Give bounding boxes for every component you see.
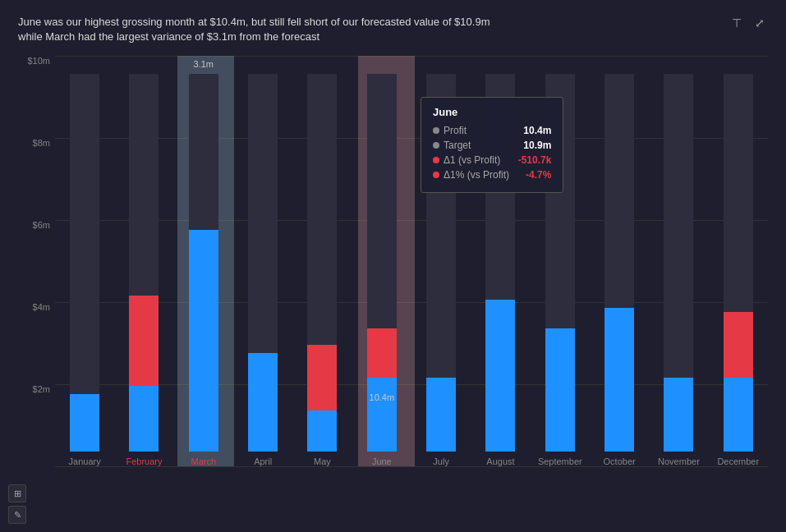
edit-icon[interactable]: ✎ — [8, 506, 26, 524]
bar-dark-november — [664, 74, 693, 452]
bar-dark-may — [307, 74, 337, 452]
x-label-september: September — [538, 456, 582, 466]
y-label-4m: $4m — [33, 302, 50, 312]
table-icon[interactable]: ⊞ — [8, 484, 26, 502]
bar-group-january[interactable]: January — [55, 74, 114, 466]
bar-blue-july — [426, 378, 456, 452]
bar-blue-november — [664, 378, 693, 452]
bar-dark-january — [70, 74, 99, 452]
title-line2: while March had the largest variance of … — [18, 30, 319, 43]
x-label-april: April — [254, 456, 272, 466]
bar-wrapper-october — [604, 74, 634, 452]
bar-wrapper-february — [129, 74, 159, 452]
bar-blue-june — [367, 378, 397, 452]
top-icons: ⊤ ⤢ — [729, 15, 768, 31]
bar-wrapper-may — [307, 74, 337, 452]
bar-blue-august — [485, 300, 515, 452]
bar-group-june[interactable]: 10.4mJune — [352, 74, 411, 466]
bar-red-june — [367, 328, 397, 378]
bar-wrapper-march: 3.1m — [189, 74, 218, 452]
bar-wrapper-april — [248, 74, 278, 452]
tooltip-target-value: 10.9m — [523, 140, 551, 151]
bar-wrapper-november — [664, 74, 693, 452]
chart-container: June was our highest grossing month at $… — [0, 0, 786, 532]
bar-group-october[interactable]: October — [590, 74, 649, 466]
bar-dark-october — [604, 74, 634, 452]
bar-wrapper-june: 10.4m — [367, 74, 397, 452]
bar-value-june: 10.4m — [370, 392, 395, 402]
tooltip-profit-label: Profit — [433, 125, 467, 136]
bar-group-march[interactable]: 3.1mMarch — [174, 74, 233, 466]
x-label-november: November — [658, 456, 700, 466]
tooltip-target-row: Target 10.9m — [433, 140, 551, 151]
tooltip-target-label: Target — [433, 140, 471, 151]
bar-dark-february — [129, 74, 159, 452]
x-label-march: March — [191, 456, 217, 466]
x-label-february: February — [126, 456, 162, 466]
bar-dark-december — [724, 74, 753, 452]
variance-label-march: 3.1m — [194, 59, 214, 69]
bar-red-february — [129, 296, 159, 386]
bar-dark-april — [248, 74, 278, 452]
bar-dark-march — [189, 74, 218, 452]
tooltip-delta1pct-row: Δ1% (vs Profit) -4.7% — [433, 169, 551, 181]
x-label-january: January — [69, 456, 101, 466]
bar-blue-january — [70, 394, 99, 452]
bar-group-december[interactable]: December — [709, 74, 768, 466]
bar-blue-december — [724, 378, 753, 452]
dot-target — [433, 142, 439, 149]
tooltip-delta1pct-label: Δ1% (vs Profit) — [433, 169, 509, 181]
y-axis: $10m $8m $6m $4m $2m — [18, 56, 55, 466]
expand-icon[interactable]: ⤢ — [752, 15, 768, 31]
tooltip-profit-value: 10.4m — [523, 125, 551, 136]
x-label-october: October — [604, 456, 636, 466]
bar-wrapper-january — [70, 74, 99, 452]
x-label-august: August — [486, 456, 514, 466]
tooltip-delta1-value: -510.7k — [518, 154, 552, 166]
x-label-june: June — [372, 456, 392, 466]
tooltip-delta1pct-value: -4.7% — [526, 169, 551, 181]
dot-profit — [433, 127, 439, 134]
chart-area: $10m $8m $6m $4m $2m JanuaryFebruary3.1m… — [18, 48, 768, 507]
bar-group-may[interactable]: May — [292, 74, 352, 466]
top-bar: June was our highest grossing month at $… — [8, 8, 778, 48]
tooltip-delta1-label: Δ1 (vs Profit) — [433, 154, 500, 166]
bar-group-november[interactable]: November — [649, 74, 708, 466]
grid-line-bottom — [55, 466, 768, 467]
dot-delta1 — [433, 157, 439, 163]
x-label-december: December — [717, 456, 759, 466]
bar-blue-april — [248, 353, 278, 452]
bar-group-february[interactable]: February — [114, 74, 173, 466]
x-label-july: July — [433, 456, 449, 466]
bars-row: JanuaryFebruary3.1mMarchAprilMay10.4mJun… — [55, 56, 768, 466]
dot-delta1pct — [433, 172, 439, 178]
bar-blue-october — [604, 308, 634, 452]
title-line1: June was our highest grossing month at $… — [18, 16, 490, 28]
y-label-2m: $2m — [33, 384, 50, 394]
tooltip: June Profit 10.4m Target 10.9m Δ1 (vs Pr… — [421, 97, 563, 193]
bar-blue-march — [189, 230, 218, 452]
y-label-6m: $6m — [33, 220, 50, 230]
bar-wrapper-december — [724, 74, 753, 452]
y-label-8m: $8m — [33, 138, 50, 148]
x-label-may: May — [314, 456, 331, 466]
tooltip-delta1-row: Δ1 (vs Profit) -510.7k — [433, 154, 551, 166]
tooltip-month: June — [433, 106, 551, 118]
bar-blue-september — [545, 328, 575, 452]
bottom-icons: ⊞ ✎ — [8, 484, 26, 524]
bar-blue-february — [129, 386, 159, 452]
bar-group-april[interactable]: April — [233, 74, 292, 466]
filter-icon[interactable]: ⊤ — [729, 15, 745, 31]
y-label-10m: $10m — [27, 56, 50, 66]
bar-blue-may — [307, 410, 337, 452]
tooltip-profit-row: Profit 10.4m — [433, 125, 551, 136]
bar-red-may — [307, 345, 337, 410]
bar-red-december — [724, 312, 753, 378]
chart-title: June was our highest grossing month at $… — [18, 15, 490, 44]
